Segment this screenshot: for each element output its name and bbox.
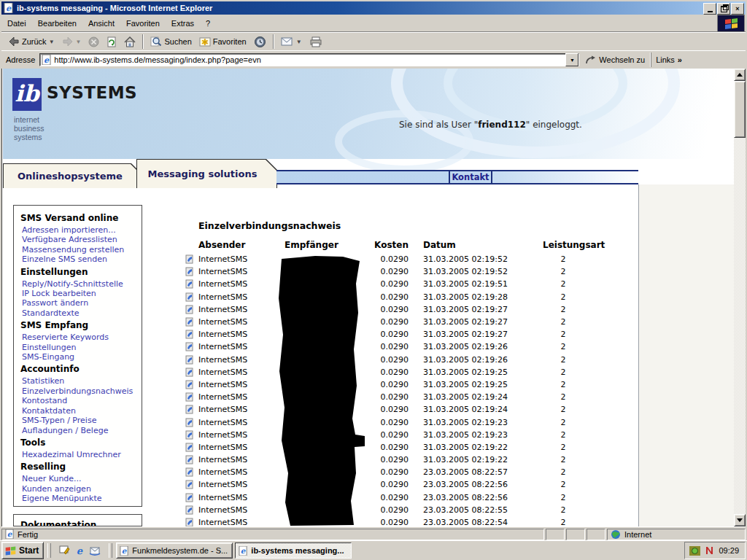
toolbar-separator <box>142 34 144 49</box>
task-button-funkmeldesystem[interactable]: e Funkmeldesystem.de - S... <box>116 542 233 559</box>
sidebar-link[interactable]: Kunden anzeigen <box>22 484 139 494</box>
sms-row-icon <box>185 505 194 515</box>
stop-button[interactable] <box>85 34 103 49</box>
menu-item-favoriten[interactable]: Favoriten <box>120 17 166 30</box>
go-button[interactable]: Wechseln zu <box>579 52 651 67</box>
forward-dropdown[interactable]: ▼ <box>76 39 82 45</box>
sms-row-icon <box>185 317 194 327</box>
title-bar: e ib-systems messaging - Microsoft Inter… <box>1 1 746 15</box>
nvidia-tray-icon[interactable] <box>689 546 700 556</box>
back-dropdown[interactable]: ▼ <box>49 39 55 45</box>
sidebar-link[interactable]: IP Lock bearbeiten <box>22 289 139 298</box>
refresh-button[interactable] <box>103 34 120 49</box>
history-button[interactable] <box>250 34 270 49</box>
sidebar-link[interactable]: Adressen importieren... <box>22 225 139 235</box>
cell-datum: 31.03.2005 02:19:27 <box>423 305 540 314</box>
menu-item-bearbeiten[interactable]: Bearbeiten <box>32 17 82 30</box>
menu-item-ansicht[interactable]: Ansicht <box>82 17 120 30</box>
table-row: InternetSMS0.029031.03.2005 02:19:252 <box>185 378 594 391</box>
restore-button[interactable] <box>717 3 730 15</box>
cell-datum: 23.03.2005 08:22:56 <box>423 493 540 502</box>
globe-icon <box>611 529 621 540</box>
page-scrollbar[interactable] <box>734 69 746 526</box>
address-dropdown[interactable]: ▼ <box>565 53 578 66</box>
cell-absender: InternetSMS <box>198 467 285 477</box>
scroll-up-button[interactable] <box>734 69 746 81</box>
cell-kosten: 0.0290 <box>371 443 409 452</box>
cell-absender: InternetSMS <box>198 518 285 526</box>
back-button[interactable]: Zurück ▼ <box>4 34 58 49</box>
favorites-icon: ✱ <box>199 36 211 47</box>
row-icon-cell <box>185 342 198 351</box>
minimize-button[interactable] <box>703 3 716 15</box>
cell-leistungsart: 2 <box>540 279 587 289</box>
sidebar-link[interactable]: Statistiken <box>22 376 139 386</box>
sidebar-link[interactable]: Verfügbare Adresslisten <box>22 235 139 244</box>
sidebar-link[interactable]: Aufladungen / Belege <box>22 426 139 435</box>
sidebar-link[interactable]: Reservierte Keywords <box>22 332 139 342</box>
task-button-ib-systems[interactable]: e ib-systems messaging... <box>235 542 352 559</box>
cell-leistungsart: 2 <box>540 480 587 489</box>
cell-leistungsart: 2 <box>540 505 587 515</box>
mail-dropdown[interactable]: ▼ <box>296 39 302 45</box>
menu-item-extras[interactable]: Extras <box>166 17 200 30</box>
menu-item-datei[interactable]: Datei <box>1 17 32 30</box>
sidebar-link[interactable]: Reply/Notify-Schnittstelle <box>22 279 139 289</box>
sidebar-link[interactable]: Passwort ändern <box>22 298 139 308</box>
sidebar-link[interactable]: Einstellungen <box>22 343 139 352</box>
row-icon-cell <box>185 254 198 264</box>
sidebar-section-header: Accountinfo <box>20 364 139 374</box>
cell-leistungsart: 2 <box>540 305 587 314</box>
tab-onlineshopsysteme[interactable]: Onlineshopsysteme <box>3 163 142 188</box>
taskbar-gripper <box>47 543 51 558</box>
sidebar-link[interactable]: Einzelne SMS senden <box>22 254 139 264</box>
cell-datum: 23.03.2005 08:22:55 <box>423 505 540 515</box>
favorites-button[interactable]: ✱ Favoriten <box>196 34 250 49</box>
sidebar-link[interactable]: Kontaktdaten <box>22 406 139 416</box>
cell-datum: 31.03.2005 02:19:25 <box>423 380 540 389</box>
scroll-down-button[interactable] <box>734 514 746 526</box>
sidebar-link[interactable]: SMS-Eingang <box>22 352 139 362</box>
sidebar-link[interactable]: Neuer Kunde... <box>22 474 139 483</box>
cell-kosten: 0.0290 <box>371 480 409 489</box>
cell-absender: InternetSMS <box>198 355 285 365</box>
sidebar-link[interactable]: Hexadezimal Umrechner <box>22 450 139 459</box>
sms-row-icon <box>185 467 194 477</box>
cell-kosten: 0.0290 <box>371 342 409 351</box>
home-button[interactable] <box>120 34 139 49</box>
sidebar-link[interactable]: Eigene Menüpunkte <box>22 494 139 503</box>
sidebar-link[interactable]: SMS-Typen / Preise <box>22 416 139 425</box>
links-chevron-icon[interactable]: » <box>678 55 682 64</box>
cell-datum: 23.03.2005 08:22:54 <box>423 518 540 526</box>
scrollbar-thumb[interactable] <box>734 81 746 138</box>
print-button[interactable] <box>306 34 326 49</box>
start-button[interactable]: Start <box>1 542 44 559</box>
links-bar[interactable]: Links » <box>651 52 686 67</box>
sms-row-icon <box>185 443 194 452</box>
sidebar-link[interactable]: Kontostand <box>22 396 139 405</box>
menu-item-?[interactable]: ? <box>200 17 216 30</box>
address-input[interactable]: e http://www.ib-systems.de/messaging/ind… <box>39 53 579 66</box>
kontakt-link[interactable]: Kontakt <box>449 171 492 183</box>
tab-messaging-solutions[interactable]: Messaging solutions <box>136 159 277 188</box>
svg-text:e: e <box>6 4 12 13</box>
show-desktop-icon[interactable] <box>59 545 70 556</box>
mail-button[interactable]: ▼ <box>277 34 306 49</box>
ie-page-icon: e <box>239 546 248 556</box>
sms-row-icon <box>185 380 194 389</box>
sidebar-link[interactable]: Massensendung erstellen <box>22 245 139 254</box>
row-icon-cell <box>185 330 198 339</box>
outlook-express-icon[interactable] <box>89 546 101 556</box>
sidebar-link[interactable]: Einzelverbindungsnachweis <box>22 386 139 396</box>
forward-button[interactable]: ▼ <box>58 34 85 49</box>
search-button[interactable]: Suchen <box>147 34 195 49</box>
sidebar-link[interactable]: Standardtexte <box>22 308 139 318</box>
sms-row-icon <box>185 254 194 264</box>
tray-n-icon[interactable] <box>705 546 714 555</box>
close-button[interactable]: × <box>731 3 744 15</box>
ie-quicklaunch-icon[interactable]: e <box>74 545 85 556</box>
svg-text:e: e <box>7 529 12 538</box>
address-label: Adresse <box>1 55 39 64</box>
login-prefix: Sie sind als User " <box>399 120 478 130</box>
row-icon-cell <box>185 455 198 464</box>
